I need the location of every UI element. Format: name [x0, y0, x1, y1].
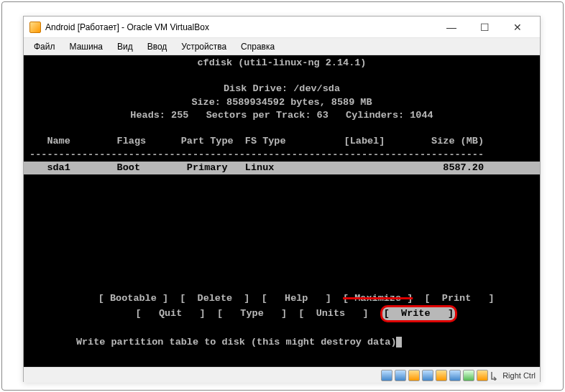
menu-help[interactable]: Справка — [234, 39, 282, 54]
virtualbox-window: Android [Работает] - Oracle VM VirtualBo… — [23, 16, 541, 382]
terminal[interactable]: cfdisk (util-linux-ng 2.14.1) Disk Drive… — [24, 55, 540, 367]
prompt-text: Write partition table to disk (this migh… — [24, 337, 396, 347]
action-write[interactable]: [ Write ] — [380, 305, 457, 322]
menubar: Файл Машина Вид Ввод Устройства Справка — [24, 38, 540, 55]
network-icon[interactable] — [408, 370, 420, 381]
action-maximize[interactable]: [ Maximize ] — [343, 293, 413, 304]
display-icon[interactable] — [449, 370, 461, 381]
close-button[interactable]: ✕ — [501, 17, 534, 38]
shared-folder-icon[interactable] — [436, 370, 447, 381]
hostkey-label: Right Ctrl — [502, 371, 536, 380]
actions-pre: [ Bootable ] [ Delete ] [ Help ] — [69, 293, 343, 304]
menu-view[interactable]: Вид — [110, 39, 140, 54]
disk-icon[interactable] — [381, 370, 392, 381]
recording-icon[interactable] — [463, 370, 474, 381]
menu-input[interactable]: Ввод — [140, 39, 175, 54]
cpu-icon[interactable] — [477, 370, 488, 381]
text-cursor — [396, 337, 402, 347]
divider: ----------------------------------------… — [24, 149, 484, 160]
disk-size: Size: 8589934592 bytes, 8589 MB — [24, 96, 540, 109]
action-row-2: [ Quit ] [ Type ] [ Units ] [ Write ] — [24, 305, 540, 322]
partition-row-sda1[interactable]: sda1 Boot Primary Linux 8587.20 — [24, 162, 540, 174]
menu-machine[interactable]: Машина — [63, 39, 110, 54]
disk-geometry: Heads: 255 Sectors per Track: 63 Cylinde… — [24, 109, 540, 122]
optical-icon[interactable] — [395, 370, 406, 381]
hostkey-arrow-icon — [490, 370, 497, 381]
menu-devices[interactable]: Устройства — [174, 39, 234, 54]
actions-pre2: [ Quit ] [ Type ] [ Units ] — [106, 308, 380, 319]
titlebar[interactable]: Android [Работает] - Oracle VM VirtualBo… — [24, 17, 540, 38]
action-row-1: [ Bootable ] [ Delete ] [ Help ] [ Maxim… — [24, 292, 540, 305]
column-headers: Name Flags Part Type FS Type [Label] Siz… — [24, 136, 484, 146]
statusbar: Right Ctrl — [24, 367, 540, 383]
cfdisk-header: cfdisk (util-linux-ng 2.14.1) — [24, 57, 540, 70]
usb-icon[interactable] — [422, 370, 433, 381]
window-title: Android [Работает] - Oracle VM VirtualBo… — [45, 22, 435, 32]
action-print[interactable]: [ Print ] — [413, 293, 494, 304]
menu-file[interactable]: Файл — [27, 39, 63, 54]
minimize-button[interactable]: — — [435, 17, 468, 38]
app-icon — [29, 22, 41, 33]
disk-drive: Disk Drive: /dev/sda — [24, 83, 540, 95]
maximize-button[interactable]: ☐ — [468, 17, 501, 38]
